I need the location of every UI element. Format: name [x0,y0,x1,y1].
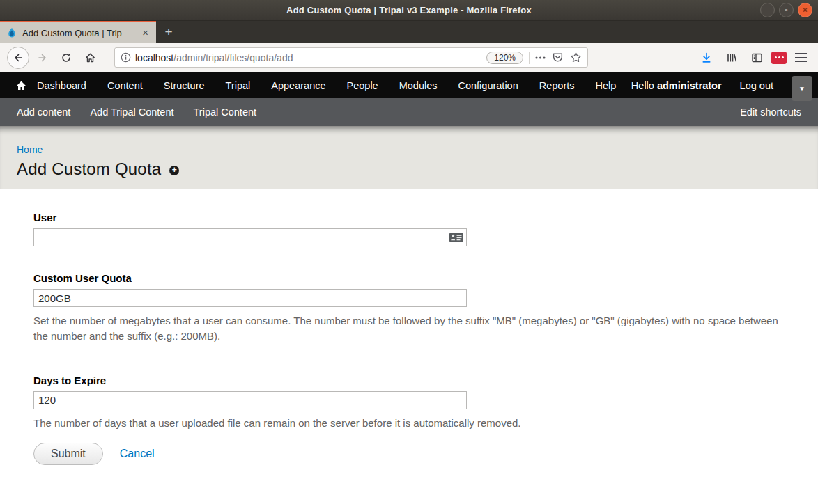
back-button[interactable] [7,47,29,69]
title-plus-icon[interactable]: + [169,166,179,175]
admin-item-help[interactable]: Help [596,80,617,91]
url-path: /admin/tripal/files/quota/add [173,52,293,63]
admin-toolbar-right: Hello administrator Log out [631,80,810,91]
quota-description: Set the number of megabytes that a user … [33,313,785,344]
admin-item-people[interactable]: People [347,80,378,91]
main-content: User Custom User Quota Set the number of… [0,189,818,504]
arrow-left-icon [13,52,24,63]
expire-input[interactable] [33,391,467,409]
admin-item-reports[interactable]: Reports [539,80,575,91]
cancel-link[interactable]: Cancel [120,448,155,460]
logout-link[interactable]: Log out [740,80,773,91]
extension-button[interactable] [771,52,787,64]
quota-form-item: Custom User Quota Set the number of mega… [33,272,785,344]
drupal-admin-toolbar: Dashboard Content Structure Tripal Appea… [0,72,818,98]
admin-item-modules[interactable]: Modules [399,80,438,91]
page-title: Add Custom Quota [17,159,161,179]
active-tab[interactable]: Add Custom Quota | Trip × [0,21,156,43]
drupal-favicon-icon [6,27,17,38]
arrow-right-icon [37,52,48,63]
maximize-button[interactable]: ▫ [779,3,794,17]
expire-description: The number of days that a user uploaded … [33,416,785,431]
window-controls: − ▫ × [760,3,812,17]
expire-form-item: Days to Expire The number of days that a… [33,375,785,431]
greeting-text: Hello administrator [631,80,722,91]
quota-label: Custom User Quota [33,272,785,284]
admin-item-configuration[interactable]: Configuration [458,80,518,91]
reload-icon [61,52,72,63]
downloads-button[interactable] [696,47,717,68]
zoom-level-badge[interactable]: 120% [486,52,523,64]
page-actions-icon[interactable] [535,56,546,59]
reload-button[interactable] [56,47,77,68]
tab-bar: Add Custom Quota | Trip × + [0,21,818,43]
menu-icon[interactable] [791,49,811,66]
url-host: localhost [135,52,173,63]
username: administrator [657,80,722,91]
user-label: User [33,212,785,223]
page-header: Home Add Custom Quota + [0,126,818,189]
tab-close-icon[interactable]: × [139,23,152,42]
shortcut-tripal-content[interactable]: Tripal Content [194,107,257,118]
admin-item-dashboard[interactable]: Dashboard [37,80,86,91]
quota-input[interactable] [33,289,467,307]
admin-item-structure[interactable]: Structure [164,80,205,91]
urlbar-separator [529,52,530,64]
home-button[interactable] [79,47,100,68]
site-info-icon[interactable] [121,52,131,63]
forward-button[interactable] [32,47,53,68]
window-title: Add Custom Quota | Tripal v3 Example - M… [286,5,532,15]
url-text[interactable]: localhost/admin/tripal/files/quota/add [135,52,486,63]
sidebar-button[interactable] [746,47,767,68]
admin-menu: Dashboard Content Structure Tripal Appea… [37,80,616,91]
new-tab-button[interactable]: + [156,21,181,43]
download-icon [701,52,712,63]
form-actions: Submit Cancel [33,443,785,465]
library-icon [726,52,738,63]
admin-item-appearance[interactable]: Appearance [271,80,325,91]
bookmark-star-icon[interactable] [570,52,582,63]
user-input[interactable] [33,228,467,246]
tab-title: Add Custom Quota | Trip [22,28,139,38]
library-button[interactable] [721,47,742,68]
close-button[interactable]: × [798,3,812,17]
admin-item-tripal[interactable]: Tripal [226,80,251,91]
autocomplete-icon [449,233,463,242]
shortcut-add-tripal-content[interactable]: Add Tripal Content [90,107,173,118]
caret-down-icon: ▼ [798,85,805,93]
admin-home-icon [15,80,27,91]
nav-toolbar: localhost/admin/tripal/files/quota/add 1… [0,43,818,72]
sidebar-icon [751,52,763,63]
breadcrumb: Home [17,126,801,155]
expire-label: Days to Expire [33,375,785,386]
user-form-item: User [33,212,785,246]
toolbar-toggle-button[interactable]: ▼ [792,76,812,101]
minimize-button[interactable]: − [760,3,775,17]
os-titlebar[interactable]: Add Custom Quota | Tripal v3 Example - M… [0,0,818,21]
admin-item-content[interactable]: Content [107,80,143,91]
submit-button[interactable]: Submit [33,443,103,465]
breadcrumb-home-link[interactable]: Home [17,144,43,155]
shortcuts-bar: Add content Add Tripal Content Tripal Co… [0,98,818,126]
pocket-icon[interactable] [552,52,564,63]
admin-home-button[interactable] [15,80,27,91]
nav-right-icons [696,47,811,68]
url-bar[interactable]: localhost/admin/tripal/files/quota/add 1… [114,47,588,68]
browser-window: Add Custom Quota | Tripal v3 Example - M… [0,0,818,504]
edit-shortcuts-link[interactable]: Edit shortcuts [740,107,801,118]
shortcut-add-content[interactable]: Add content [17,107,70,118]
home-icon [84,52,96,63]
tab-title-fade [119,28,139,38]
